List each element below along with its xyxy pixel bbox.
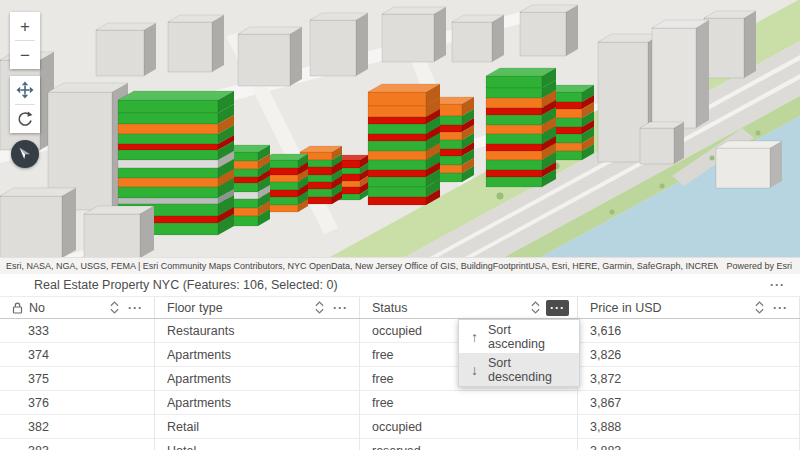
cell-status: reserved [360, 439, 578, 450]
sort-menu: ↑ Sort ascending ↓ Sort descending [458, 319, 580, 387]
powered-by-esri-link[interactable]: Powered by Esri [718, 261, 800, 271]
cell-price: 3,883 [578, 439, 800, 450]
sort-icon-no[interactable] [110, 301, 119, 314]
table-row[interactable]: 383 Hotel reserved 3,883 [0, 439, 800, 450]
column-header-status: Status ··· [360, 297, 578, 318]
table-row[interactable]: 382 Retail occupied 3,888 [0, 415, 800, 439]
table-options-button[interactable]: ··· [767, 278, 788, 292]
arrow-down-icon: ↓ [471, 362, 478, 378]
column-header-price: Price in USD ··· [578, 297, 800, 318]
column-menu-floor-type[interactable]: ··· [330, 301, 351, 315]
sort-icon-floor-type[interactable] [315, 301, 324, 314]
table-header: No ··· Floor type ··· Status [0, 297, 800, 319]
sort-icon-price[interactable] [755, 301, 764, 314]
cell-price: 3,867 [578, 391, 800, 414]
rotate-button[interactable] [10, 105, 40, 133]
cell-no: 333 [0, 319, 155, 342]
compass-button[interactable] [11, 140, 39, 168]
column-label: Price in USD [590, 301, 662, 315]
table-body: 333 Restaurants occupied 3,616 374 Apart… [0, 319, 800, 450]
pan-button[interactable] [10, 76, 40, 104]
table-row[interactable]: 375 Apartments free 3,872 [0, 367, 800, 391]
cell-no: 374 [0, 343, 155, 366]
column-menu-price[interactable]: ··· [770, 301, 791, 315]
arrow-up-icon: ↑ [471, 329, 478, 345]
cell-no: 382 [0, 415, 155, 438]
cell-price: 3,826 [578, 343, 800, 366]
zoom-out-button[interactable]: − [10, 41, 40, 69]
table-row[interactable]: 376 Apartments free 3,867 [0, 391, 800, 415]
pan-icon [16, 81, 34, 99]
cell-floor-type: Restaurants [155, 319, 360, 342]
lock-icon [12, 302, 23, 314]
table-title-bar: Real Estate Property NYC (Features: 106,… [0, 274, 800, 297]
cell-status: free [360, 391, 578, 414]
table-row[interactable]: 374 Apartments free 3,826 [0, 343, 800, 367]
menu-item-sort-descending[interactable]: ↓ Sort descending [459, 353, 579, 386]
table-row[interactable]: 333 Restaurants occupied 3,616 [0, 319, 800, 343]
compass-needle-icon [13, 142, 37, 166]
attribution-text: Esri, NASA, NGA, USGS, FEMA | Esri Commu… [0, 261, 718, 271]
sort-icon-status[interactable] [531, 301, 540, 314]
column-menu-status-active[interactable]: ··· [546, 300, 569, 316]
column-label: Floor type [167, 301, 223, 315]
zoom-control: + − [10, 12, 40, 69]
cell-no: 383 [0, 439, 155, 450]
cell-no: 376 [0, 391, 155, 414]
table-title: Real Estate Property NYC (Features: 106,… [34, 278, 338, 292]
cell-status: occupied [360, 415, 578, 438]
menu-item-label: Sort descending [488, 356, 567, 384]
zoom-in-button[interactable]: + [10, 12, 40, 40]
cell-price: 3,872 [578, 367, 800, 390]
cell-price: 3,616 [578, 319, 800, 342]
menu-item-sort-ascending[interactable]: ↑ Sort ascending [459, 320, 579, 353]
cell-no: 375 [0, 367, 155, 390]
column-label: Status [372, 301, 407, 315]
cell-floor-type: Apartments [155, 343, 360, 366]
cell-floor-type: Hotel [155, 439, 360, 450]
attribution-bar: Esri, NASA, NGA, USGS, FEMA | Esri Commu… [0, 257, 800, 274]
navigation-control [10, 76, 40, 133]
menu-item-label: Sort ascending [488, 323, 567, 351]
attribute-table: Real Estate Property NYC (Features: 106,… [0, 274, 800, 450]
cell-floor-type: Retail [155, 415, 360, 438]
column-header-floor-type: Floor type ··· [155, 297, 360, 318]
column-label: No [29, 301, 45, 315]
column-menu-no[interactable]: ··· [125, 301, 146, 315]
column-header-no: No ··· [0, 297, 155, 318]
rotate-icon [16, 110, 34, 128]
map-scene [0, 0, 800, 257]
cell-floor-type: Apartments [155, 367, 360, 390]
cell-price: 3,888 [578, 415, 800, 438]
map-canvas[interactable]: + − [0, 0, 800, 257]
cell-floor-type: Apartments [155, 391, 360, 414]
